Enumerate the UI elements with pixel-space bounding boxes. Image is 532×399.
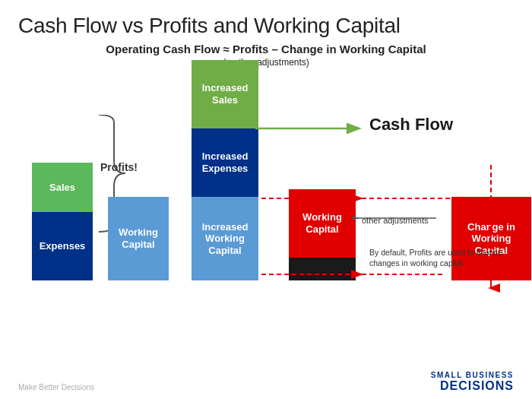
sales-segment: Sales (32, 163, 93, 212)
wc-red-segment: Working Capital (289, 189, 356, 258)
profits-label: Profits! (100, 161, 138, 173)
inc-wc-segment: Increased Working Capital (192, 197, 258, 280)
subtitle-small: (+ other adjustments) (18, 57, 514, 68)
subtitle: Operating Cash Flow ≈ Profits – Change i… (18, 43, 514, 55)
cash-flow-label: Cash Flow (369, 115, 453, 135)
expenses-segment: Expenses (32, 212, 93, 280)
bar-wc-red: Working Capital (289, 189, 356, 280)
inc-exp-segment: Increased Expenses (192, 128, 258, 197)
bar-increased: Increased Sales Increased Expenses Incre… (192, 60, 258, 280)
bar-sales-expenses: Sales Expenses (32, 163, 93, 280)
bar-working-capital: Working Capital (108, 197, 169, 280)
logo: Small Business Decisions (431, 371, 514, 393)
black-segment (289, 258, 356, 280)
by-default-text: By default, Profits are used to finance … (369, 247, 514, 269)
page-title: Cash Flow vs Profits and Working Capital (18, 14, 514, 38)
inc-sales-segment: Increased Sales (192, 60, 258, 128)
wc-segment: Working Capital (108, 197, 169, 280)
make-better-label: Make Better Decisions (18, 383, 94, 391)
other-adj-label: other adjustments (362, 216, 428, 225)
green-arrow (255, 121, 366, 136)
